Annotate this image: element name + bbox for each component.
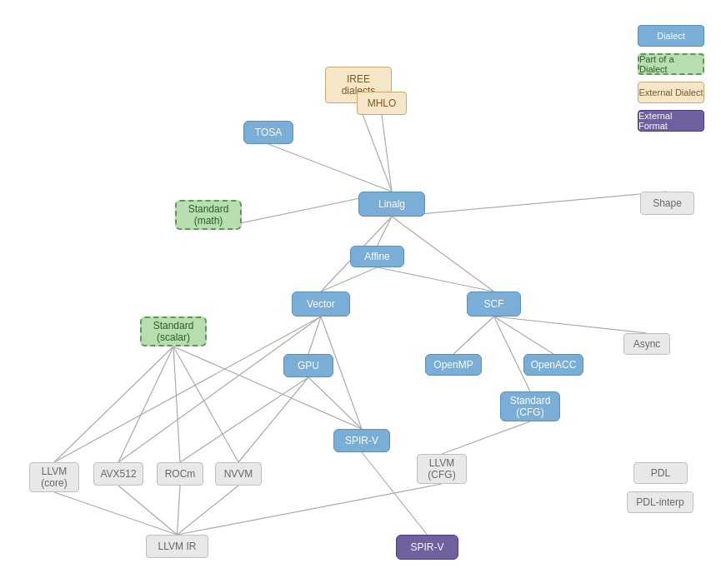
svg-line-27 [54, 492, 178, 535]
legend: Dialect Part of a Dialect External Diale… [638, 25, 704, 132]
node-llvm-core: LLVM (core) [29, 462, 79, 492]
node-spirv: SPIR-V [333, 429, 390, 452]
legend-item-dialect: Dialect [638, 25, 704, 47]
svg-line-10 [308, 316, 321, 354]
node-scf: SCF [467, 292, 521, 316]
node-rocm: ROCm [157, 462, 203, 486]
node-llvm-ir: LLVM IR [146, 535, 208, 558]
svg-line-32 [178, 484, 443, 535]
node-llvm-cfg: LLVM (CFG) [417, 454, 467, 484]
svg-line-29 [178, 486, 181, 535]
legend-item-external-format: External Format [638, 110, 704, 132]
svg-line-16 [494, 316, 648, 333]
legend-item-part-dialect: Part of a Dialect [638, 53, 704, 75]
svg-line-22 [173, 346, 362, 429]
node-nvvm: NVVM [215, 462, 262, 486]
svg-line-20 [173, 346, 180, 462]
node-openmp: OpenMP [425, 354, 482, 376]
node-tosa: TOSA [243, 121, 293, 144]
legend-box-external-format: External Format [638, 110, 704, 132]
node-pdl: PDL [633, 462, 688, 484]
svg-line-9 [378, 267, 494, 292]
svg-line-19 [118, 346, 173, 462]
node-mhlo: MHLO [357, 92, 407, 115]
svg-line-5 [392, 217, 494, 292]
svg-line-14 [453, 316, 494, 354]
node-standard-scalar: Standard (scalar) [140, 316, 207, 346]
svg-line-25 [308, 377, 362, 429]
svg-line-30 [178, 486, 239, 535]
svg-line-17 [494, 316, 531, 391]
node-avx512: AVX512 [93, 462, 143, 486]
node-pdl-interp: PDL-interp [627, 491, 693, 513]
svg-line-1 [382, 115, 392, 192]
node-affine: Affine [350, 246, 404, 267]
node-openacc: OpenACC [523, 354, 583, 376]
svg-line-8 [321, 267, 378, 292]
svg-line-3 [378, 217, 393, 246]
diagram-container: IREE dialectsMHLOTOSALinalgStandard (mat… [0, 0, 721, 588]
legend-box-part-dialect: Part of a Dialect [638, 53, 704, 75]
node-standard-cfg: Standard (CFG) [500, 391, 560, 421]
node-async: Async [623, 333, 670, 355]
svg-line-6 [392, 192, 668, 217]
node-spirv-ext: SPIR-V [396, 535, 458, 560]
svg-line-28 [118, 486, 178, 535]
svg-line-24 [238, 377, 308, 462]
svg-line-23 [180, 377, 308, 462]
node-shape: Shape [640, 192, 694, 215]
node-gpu: GPU [283, 354, 333, 377]
legend-item-external-dialect: External Dialect [638, 82, 704, 103]
node-standard-math: Standard (math) [175, 200, 242, 230]
svg-line-31 [442, 421, 530, 454]
legend-box-external-dialect: External Dialect [638, 82, 704, 103]
svg-line-21 [173, 346, 238, 462]
svg-line-15 [494, 316, 554, 354]
legend-box-dialect: Dialect [638, 25, 704, 47]
node-linalg: Linalg [358, 192, 425, 217]
svg-line-18 [54, 346, 173, 462]
node-vector: Vector [292, 292, 350, 316]
svg-line-2 [268, 144, 392, 192]
svg-line-0 [358, 103, 392, 192]
